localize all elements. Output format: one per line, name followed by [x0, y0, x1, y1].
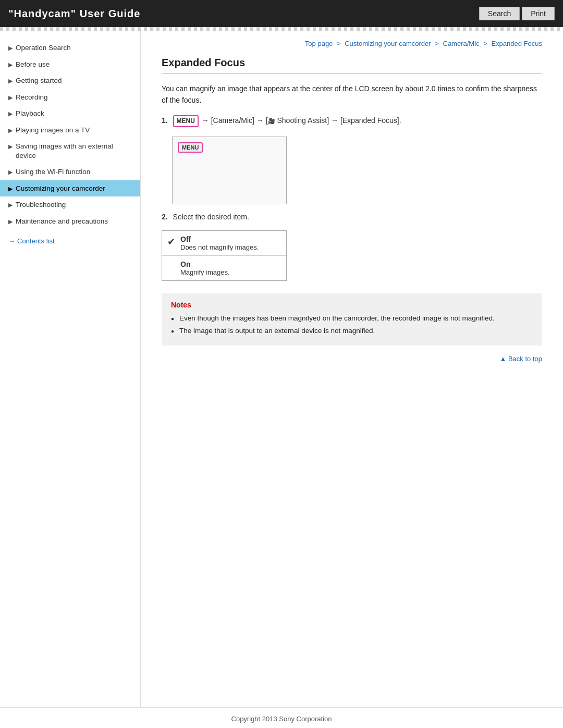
chevron-right-icon: ▶ — [8, 77, 13, 84]
header-buttons: Search Print — [479, 7, 555, 20]
breadcrumb-customizing[interactable]: Customizing your camcorder — [345, 40, 431, 47]
chevron-right-icon: ▶ — [8, 143, 13, 150]
step-1: 1. MENU → [Camera/Mic] → [🎥 Shooting Ass… — [162, 115, 542, 127]
sidebar-label-playback: Playback — [16, 109, 44, 118]
sidebar-item-customizing[interactable]: ▶ Customizing your camcorder — [0, 180, 140, 197]
breadcrumb-expanded-focus[interactable]: Expanded Focus — [491, 40, 542, 47]
back-to-top-link[interactable]: ▲ Back to top — [162, 355, 542, 363]
menu-button-icon: MENU — [173, 115, 199, 127]
step-2-number: 2. — [162, 213, 168, 221]
sidebar-label-playing-images-tv: Playing images on a TV — [16, 126, 90, 135]
option-row-on: ✔ On Magnify images. — [162, 256, 286, 280]
step-1-instructions: → [Camera/Mic] → [🎥 Shooting Assist] → [… — [202, 116, 401, 125]
sidebar-label-wifi: Using the Wi-Fi function — [16, 167, 90, 177]
chevron-right-icon: ▶ — [8, 218, 13, 225]
breadcrumb-sep-2: > — [435, 40, 440, 47]
intro-text: You can magnify an image that appears at… — [162, 83, 542, 106]
step-2: 2. Select the desired item. — [162, 213, 542, 221]
header: "Handycam" User Guide Search Print — [0, 0, 563, 27]
breadcrumb-sep-3: > — [483, 40, 489, 47]
chevron-right-icon: ▶ — [8, 61, 13, 68]
sidebar-item-recording[interactable]: ▶ Recording — [0, 89, 140, 106]
chevron-right-icon: ▶ — [8, 94, 13, 101]
breadcrumb-sep-1: > — [337, 40, 342, 47]
chevron-right-icon: ▶ — [8, 168, 13, 176]
chevron-right-icon: ▶ — [8, 44, 13, 52]
option-table: ✔ Off Does not magnify images. ✔ On Magn… — [162, 230, 287, 281]
note-item-2: The image that is output to an external … — [171, 326, 533, 336]
camera-menu-button: MENU — [178, 142, 203, 153]
sidebar-label-troubleshooting: Troubleshooting — [16, 200, 66, 209]
contents-list-label: Contents list — [17, 237, 55, 245]
notes-title: Notes — [171, 301, 533, 309]
sidebar-item-getting-started[interactable]: ▶ Getting started — [0, 72, 140, 89]
breadcrumb: Top page > Customizing your camcorder > … — [162, 40, 542, 47]
header-stripe — [0, 27, 563, 31]
print-button[interactable]: Print — [522, 7, 555, 20]
sidebar-label-operation-search: Operation Search — [16, 43, 71, 53]
checkmark-icon: ✔ — [167, 236, 175, 248]
search-button[interactable]: Search — [479, 7, 520, 20]
main-content: Top page > Customizing your camcorder > … — [141, 31, 563, 707]
sidebar-label-saving-images: Saving images with an external device — [16, 142, 134, 160]
contents-list-link[interactable]: → Contents list — [0, 232, 140, 250]
layout: ▶ Operation Search ▶ Before use ▶ Gettin… — [0, 31, 563, 707]
sidebar-item-saving-images[interactable]: ▶ Saving images with an external device — [0, 138, 140, 164]
option-on-content: On Magnify images. — [180, 260, 230, 276]
chevron-right-icon: ▶ — [8, 110, 13, 117]
app-title: "Handycam" User Guide — [8, 8, 140, 20]
breadcrumb-camera-mic[interactable]: Camera/Mic — [443, 40, 480, 47]
chevron-right-icon: ▶ — [8, 185, 13, 192]
sidebar-label-customizing: Customizing your camcorder — [16, 184, 105, 193]
sidebar-item-playback[interactable]: ▶ Playback — [0, 105, 140, 122]
sidebar-label-maintenance: Maintenance and precautions — [16, 217, 108, 226]
sidebar-item-wifi[interactable]: ▶ Using the Wi-Fi function — [0, 164, 140, 180]
step-1-number: 1. — [162, 116, 168, 125]
notes-list: Even though the images has been magnifye… — [171, 313, 533, 337]
arrow-right-icon: → — [8, 237, 15, 245]
sidebar-label-recording: Recording — [16, 93, 48, 102]
sidebar-item-playing-images-tv[interactable]: ▶ Playing images on a TV — [0, 122, 140, 139]
sidebar-item-troubleshooting[interactable]: ▶ Troubleshooting — [0, 196, 140, 213]
notes-box: Notes Even though the images has been ma… — [162, 293, 542, 346]
camera-diagram: MENU — [172, 137, 287, 204]
step-2-text: Select the desired item. — [173, 213, 249, 221]
sidebar-label-before-use: Before use — [16, 60, 50, 69]
sidebar: ▶ Operation Search ▶ Before use ▶ Gettin… — [0, 31, 141, 707]
page-title: Expanded Focus — [162, 57, 542, 73]
chevron-right-icon: ▶ — [8, 201, 13, 208]
sidebar-item-before-use[interactable]: ▶ Before use — [0, 56, 140, 73]
footer: Copyright 2013 Sony Corporation — [0, 707, 563, 728]
sidebar-label-getting-started: Getting started — [16, 76, 62, 85]
option-on-name: On — [180, 260, 230, 268]
sidebar-item-operation-search[interactable]: ▶ Operation Search — [0, 40, 140, 56]
note-item-1: Even though the images has been magnifye… — [171, 313, 533, 324]
sidebar-item-maintenance[interactable]: ▶ Maintenance and precautions — [0, 213, 140, 230]
breadcrumb-top[interactable]: Top page — [305, 40, 333, 47]
option-off-name: Off — [180, 235, 259, 243]
option-off-desc: Does not magnify images. — [180, 243, 259, 251]
copyright-text: Copyright 2013 Sony Corporation — [231, 715, 332, 723]
option-row-off: ✔ Off Does not magnify images. — [162, 231, 286, 256]
chevron-right-icon: ▶ — [8, 127, 13, 134]
option-off-content: Off Does not magnify images. — [180, 235, 259, 251]
option-on-desc: Magnify images. — [180, 268, 230, 276]
